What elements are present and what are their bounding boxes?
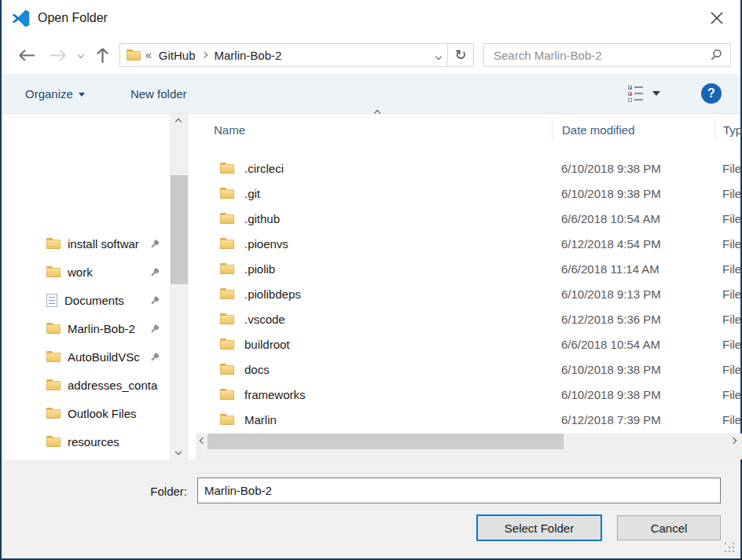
folder-icon [220,364,234,375]
scroll-left-icon[interactable] [200,437,206,444]
horizontal-scrollbar[interactable] [196,434,742,449]
sidebar-item-work[interactable]: work [2,258,168,286]
search-input[interactable] [492,48,710,63]
sidebar-item-install-software[interactable]: install softwar [2,229,168,258]
folder-icon [46,323,61,334]
column-header-type[interactable]: Typ [714,119,742,140]
resize-grip[interactable] [725,543,736,554]
folder-icon [220,238,234,249]
pin-icon [147,350,161,364]
table-row[interactable]: frameworks 6/10/2018 9:38 PMFile [196,382,742,407]
sidebar-item-addresses-contacts[interactable]: addresses_conta [2,371,168,399]
select-folder-button[interactable]: Select Folder [476,514,602,541]
sidebar-scrollbar-thumb[interactable] [171,175,188,284]
scroll-down-icon[interactable] [175,448,182,455]
view-dropdown-caret-icon[interactable] [652,91,660,96]
new-folder-label: New folder [130,87,187,101]
sidebar-item-resources[interactable]: resources [2,427,168,456]
address-dropdown-button[interactable] [436,48,441,62]
open-folder-dialog: Open Folder « Gi [0,0,742,560]
folder-icon [220,213,234,224]
scroll-right-icon[interactable] [730,437,736,444]
folder-name-input[interactable] [197,478,721,503]
close-icon [711,12,723,24]
horizontal-scrollbar-thumb[interactable] [208,434,564,449]
back-button[interactable] [17,49,35,62]
table-row[interactable]: .piolib 6/6/2018 11:14 AMFile [196,256,742,281]
refresh-button[interactable]: ↻ [448,43,474,67]
scroll-up-icon[interactable] [175,119,182,125]
folder-icon [220,163,234,174]
table-row[interactable]: docs 6/10/2018 9:38 PMFile [196,357,742,382]
sidebar-item-label: install softwar [68,237,148,251]
table-row[interactable]: .pioenvs 6/12/2018 4:54 PMFile [196,231,742,256]
organize-label: Organize [25,87,73,101]
folder-icon [220,339,234,350]
column-header-date-modified[interactable]: Date modified [552,119,714,140]
arrow-up-icon [96,46,109,64]
chevron-down-icon [435,53,442,60]
chevron-down-icon [78,52,84,58]
file-rows: .circleci 6/10/2018 9:38 PMFile .git 6/1… [196,156,742,432]
folder-icon [46,351,61,362]
navigation-bar: « GitHub Marlin-Bob-2 ↻ [2,36,740,74]
folder-icon [220,263,234,274]
breadcrumb-current[interactable]: Marlin-Bob-2 [207,49,288,62]
title-bar: Open Folder [2,0,740,36]
close-button[interactable] [704,6,729,30]
sidebar-item-outlook-files[interactable]: Outlook Files [2,399,168,427]
sidebar-item-label: Marlin-Bob-2 [68,322,148,335]
table-row[interactable]: .git 6/10/2018 9:38 PMFile [196,181,742,206]
sidebar-item-label: Outlook Files [68,407,168,420]
column-header-name[interactable]: Name [196,119,552,140]
table-row[interactable]: .piolibdeps 6/10/2018 9:13 PMFile [196,281,742,306]
breadcrumb-overflow[interactable]: « [145,49,152,61]
vscode-icon [11,9,31,28]
folder-icon [220,389,234,400]
folder-field-label: Folder: [94,485,187,498]
table-row[interactable]: .github 6/6/2018 10:54 AMFile [196,206,742,231]
folder-icon [46,266,61,277]
address-bar[interactable]: « GitHub Marlin-Bob-2 [119,43,448,67]
folder-icon [46,379,61,390]
table-row[interactable]: .vscode 6/12/2018 5:36 PMFile [196,306,742,331]
sidebar-item-label: Documents [64,294,148,307]
help-button[interactable]: ? [701,83,722,104]
folder-icon [220,188,234,199]
folder-icon [220,288,234,299]
pin-icon [147,236,161,251]
recent-locations-button[interactable] [79,53,83,57]
cancel-button[interactable]: Cancel [617,515,721,540]
folder-icon [46,238,61,249]
window-title: Open Folder [38,11,108,25]
breadcrumb-parent[interactable]: GitHub [152,49,203,62]
arrow-left-icon [17,49,35,62]
sidebar-item-marlin-bob-2[interactable]: Marlin-Bob-2 [2,314,168,342]
change-view-button[interactable] [628,86,643,102]
pin-icon [147,321,161,335]
command-toolbar: Organize New folder ? [2,74,740,114]
search-icon[interactable] [710,49,722,61]
sidebar-scrollbar[interactable] [170,114,189,459]
up-button[interactable] [96,46,109,64]
table-row[interactable]: Marlin 6/12/2018 7:39 PMFile [196,407,742,432]
sidebar-item-autobuildvsc[interactable]: AutoBuildVSc [2,342,168,371]
forward-button[interactable] [50,49,68,62]
document-icon [46,294,57,307]
new-folder-button[interactable]: New folder [130,87,187,101]
refresh-icon: ↻ [454,46,466,64]
dialog-footer: Folder: Select Folder Cancel [2,459,740,558]
sidebar-item-documents[interactable]: Documents [2,286,168,314]
toolbar-right-group: ? [628,83,722,104]
folder-icon [46,408,61,419]
table-row[interactable]: .circleci 6/10/2018 9:38 PMFile [196,156,742,181]
question-mark-icon: ? [707,86,715,101]
column-headers: Name Date modified Typ [196,114,742,145]
folder-icon [220,313,234,324]
arrow-right-icon [50,49,68,62]
organize-button[interactable]: Organize [25,87,85,101]
content-area: install softwar work Documents Marlin-Bo… [2,114,740,459]
filelist-bottom-strip [196,449,742,459]
table-row[interactable]: buildroot 6/6/2018 10:54 AMFile [196,331,742,357]
folder-icon [127,49,141,60]
